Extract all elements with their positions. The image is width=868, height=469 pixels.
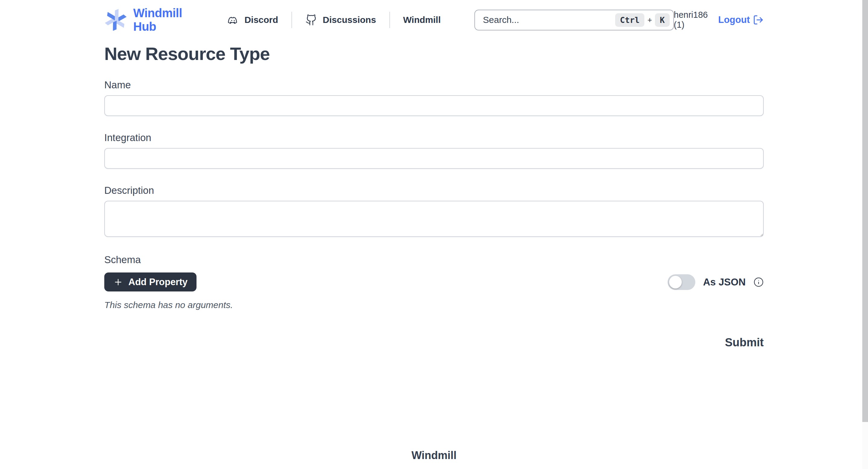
add-property-label: Add Property <box>128 277 187 287</box>
nav-item-label: Windmill <box>403 15 441 25</box>
nav-item-discussions[interactable]: Discussions <box>305 14 376 26</box>
nav-item-discord[interactable]: Discord <box>227 14 278 26</box>
description-label: Description <box>104 184 764 196</box>
schema-label: Schema <box>104 254 764 266</box>
nav-item-windmill[interactable]: Windmill <box>403 15 441 25</box>
logout-icon <box>753 14 764 25</box>
info-icon[interactable] <box>753 277 764 287</box>
logout-button[interactable]: Logout <box>718 14 764 25</box>
footer-windmill-link[interactable]: Windmill <box>411 449 457 462</box>
toggle-knob <box>669 276 682 288</box>
nav-item-label: Discussions <box>323 15 376 25</box>
name-field-group: Name <box>104 79 764 116</box>
integration-field-group: Integration <box>104 132 764 169</box>
vertical-scrollbar[interactable] <box>862 0 868 469</box>
kbd-plus-separator: + <box>647 15 652 25</box>
name-label: Name <box>104 79 764 91</box>
integration-input[interactable] <box>104 148 764 169</box>
main-content: New Resource Type Name Integration Descr… <box>104 44 764 462</box>
header-nav: Discord Discussions Windmill <box>227 12 441 28</box>
as-json-control: As JSON <box>668 274 764 290</box>
plus-icon <box>113 277 123 287</box>
description-textarea[interactable] <box>104 201 764 237</box>
kbd-k: K <box>655 13 670 27</box>
schema-empty-text: This schema has no arguments. <box>104 300 764 310</box>
logout-label: Logout <box>718 14 750 25</box>
page-title: New Resource Type <box>104 44 764 63</box>
submit-button[interactable]: Submit <box>725 336 764 349</box>
brand-home-link[interactable]: Windmill Hub <box>104 6 197 33</box>
brand-title: Windmill Hub <box>133 6 197 33</box>
as-json-label: As JSON <box>703 276 746 288</box>
search-input[interactable] <box>483 15 615 25</box>
nav-divider <box>291 12 292 28</box>
nav-divider <box>390 12 390 28</box>
user-area: henri186 (1) Logout <box>674 10 764 30</box>
description-field-group: Description <box>104 184 764 238</box>
page-footer: Windmill <box>104 449 764 462</box>
kbd-ctrl: Ctrl <box>615 13 644 27</box>
name-input[interactable] <box>104 95 764 116</box>
top-navigation-bar: Windmill Hub Discord <box>0 0 868 40</box>
discord-icon <box>227 14 239 26</box>
as-json-toggle[interactable] <box>668 274 695 290</box>
add-property-button[interactable]: Add Property <box>104 273 196 291</box>
nav-item-label: Discord <box>244 15 278 25</box>
search-box[interactable]: Ctrl + K <box>474 10 674 30</box>
github-icon <box>305 14 317 26</box>
scrollbar-thumb[interactable] <box>862 0 868 422</box>
username-label: henri186 (1) <box>674 10 710 30</box>
windmill-logo-icon <box>104 8 127 31</box>
submit-row: Submit <box>104 336 764 349</box>
schema-section: Schema Add Property As JSON <box>104 254 764 310</box>
integration-label: Integration <box>104 132 764 144</box>
